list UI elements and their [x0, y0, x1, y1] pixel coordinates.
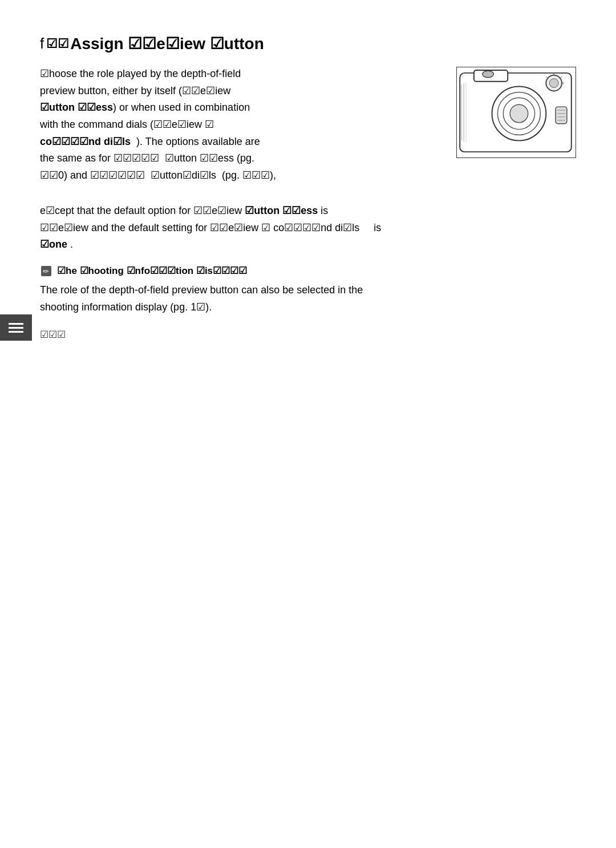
bold-text-1: ☑utton ☑☑ess — [40, 102, 113, 113]
note-body-text: The role of the depth-of-field preview b… — [40, 282, 576, 316]
svg-rect-16 — [556, 107, 567, 124]
svg-point-5 — [510, 104, 528, 123]
main-content-block: ☑hoose the role played by the depth-of-f… — [40, 66, 576, 192]
menu-icon-button[interactable] — [0, 314, 32, 341]
bold-text-2: co☑☑☑☑nd di☑ls — [40, 136, 131, 147]
menu-line-3 — [9, 331, 23, 333]
camera-illustration — [456, 67, 576, 158]
note-title-row: ✏ ☑he ☑hooting ☑nfo☑☑☑tion ☑is☑☑☑☑ — [40, 265, 576, 277]
menu-line-1 — [9, 323, 23, 325]
body-text-line1: ☑hoose the role played by the depth-of-f… — [40, 68, 276, 181]
page-container: f ☑☑ Assign ☑☑e☑iew ☑utton ☑hoose the ro… — [0, 0, 616, 369]
page-title: f ☑☑ Assign ☑☑e☑iew ☑utton — [40, 34, 576, 53]
body-continuation: e☑cept that the default option for ☑☑e☑i… — [40, 203, 576, 253]
title-icon-squares: ☑☑ — [46, 37, 69, 51]
main-text-column: ☑hoose the role played by the depth-of-f… — [40, 66, 439, 192]
menu-line-2 — [9, 327, 23, 329]
svg-point-12 — [483, 71, 494, 78]
bold-none: ☑one — [40, 239, 67, 250]
page-number-text: ☑☑☑ — [40, 329, 66, 340]
note-heading-text: ☑he ☑hooting ☑nfo☑☑☑tion ☑is☑☑☑☑ — [57, 265, 247, 277]
title-prefix: f — [40, 35, 44, 53]
bottom-bar — [0, 314, 616, 341]
body-paragraph: ☑hoose the role played by the depth-of-f… — [40, 66, 439, 184]
note-pencil-icon: ✏ — [40, 265, 52, 277]
note-section: ✏ ☑he ☑hooting ☑nfo☑☑☑tion ☑is☑☑☑☑ The r… — [40, 265, 576, 316]
menu-lines-icon — [9, 323, 23, 333]
svg-point-7 — [549, 79, 558, 88]
title-main: Assign ☑☑e☑iew ☑utton — [70, 34, 264, 53]
bold-text-3: ☑utton ☑☑ess — [245, 205, 318, 216]
page-number: ☑☑☑ — [40, 329, 66, 341]
svg-text:✏: ✏ — [43, 267, 49, 276]
